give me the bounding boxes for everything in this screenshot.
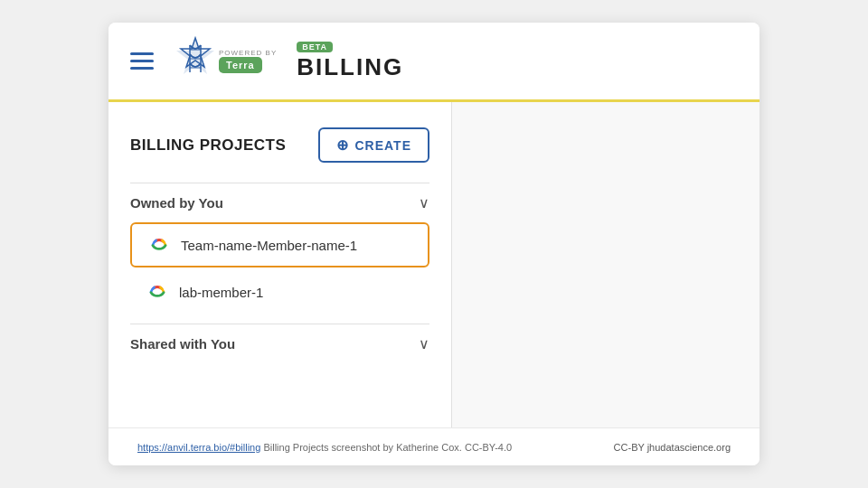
project-item-lab-member[interactable]: lab-member-1 bbox=[130, 271, 429, 313]
shared-with-you-label: Shared with You bbox=[130, 336, 235, 352]
create-button[interactable]: ⊕ CREATE bbox=[318, 127, 429, 163]
billing-title: BILLING bbox=[297, 53, 403, 81]
project-item-team-name[interactable]: Team-name-Member-name-1 bbox=[130, 222, 429, 267]
google-cloud-icon-2 bbox=[145, 282, 170, 302]
right-panel bbox=[452, 102, 760, 427]
powered-by-terra: POWERED BY Terra bbox=[219, 49, 277, 74]
hamburger-menu-button[interactable] bbox=[130, 52, 154, 70]
owned-by-you-section-header[interactable]: Owned by You ∨ bbox=[130, 183, 429, 222]
beta-badge: BETA bbox=[297, 42, 333, 52]
owned-chevron-icon: ∨ bbox=[419, 194, 429, 211]
plus-icon: ⊕ bbox=[336, 136, 349, 154]
footer: https://anvil.terra.bio/#billing Billing… bbox=[108, 427, 760, 465]
footer-description: Billing Projects screenshot by Katherine… bbox=[260, 442, 462, 453]
footer-credit: CC-BY jhudatascience.org bbox=[614, 442, 731, 453]
sidebar-header: BILLING PROJECTS ⊕ CREATE bbox=[130, 127, 429, 163]
svg-marker-0 bbox=[176, 36, 214, 74]
footer-license: CC-BY-4.0 bbox=[465, 442, 512, 453]
main-content: BILLING PROJECTS ⊕ CREATE Owned by You ∨ bbox=[108, 102, 760, 427]
powered-by-text: POWERED BY bbox=[219, 49, 277, 58]
project-name-lab: lab-member-1 bbox=[179, 285, 263, 300]
shared-with-you-section-header[interactable]: Shared with You ∨ bbox=[130, 324, 429, 363]
billing-area: BETA BILLING bbox=[297, 42, 403, 81]
owned-by-you-label: Owned by You bbox=[130, 195, 223, 211]
dna-star-logo bbox=[172, 34, 219, 89]
terra-badge: Terra bbox=[219, 57, 262, 73]
footer-left: https://anvil.terra.bio/#billing Billing… bbox=[137, 442, 512, 453]
footer-link[interactable]: https://anvil.terra.bio/#billing bbox=[137, 442, 260, 453]
billing-projects-label: BILLING PROJECTS bbox=[130, 136, 286, 155]
google-cloud-icon bbox=[146, 235, 172, 255]
shared-chevron-icon: ∨ bbox=[419, 335, 429, 352]
project-name-team: Team-name-Member-name-1 bbox=[181, 238, 357, 253]
app-header: POWERED BY Terra BETA BILLING bbox=[108, 23, 760, 102]
create-button-label: CREATE bbox=[354, 138, 411, 153]
sidebar: BILLING PROJECTS ⊕ CREATE Owned by You ∨ bbox=[108, 102, 452, 427]
